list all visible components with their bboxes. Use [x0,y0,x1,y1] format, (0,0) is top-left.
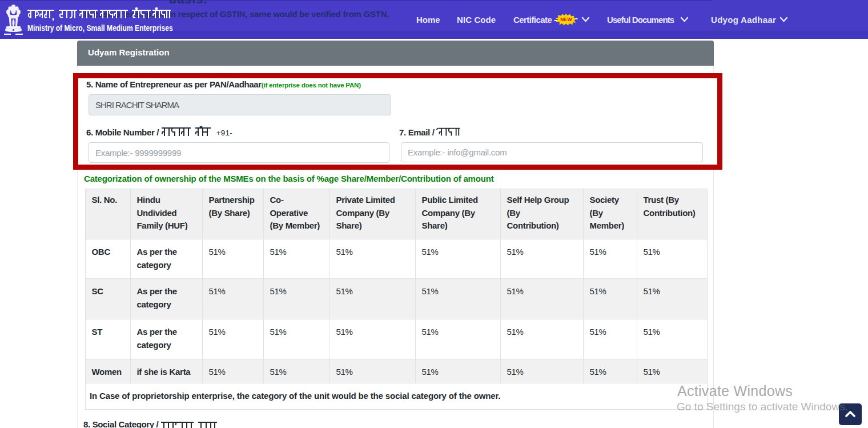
svg-text:NEW: NEW [560,17,572,22]
